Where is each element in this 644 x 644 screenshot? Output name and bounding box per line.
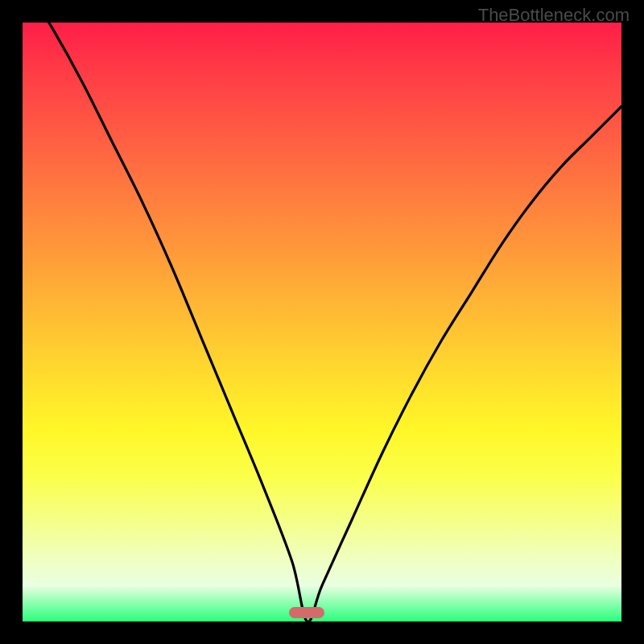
watermark-text: TheBottleneck.com <box>478 5 630 26</box>
bottleneck-curve <box>23 23 621 621</box>
chart-plot-area <box>23 23 621 621</box>
curve-line <box>23 23 621 621</box>
optimal-marker <box>289 607 324 618</box>
